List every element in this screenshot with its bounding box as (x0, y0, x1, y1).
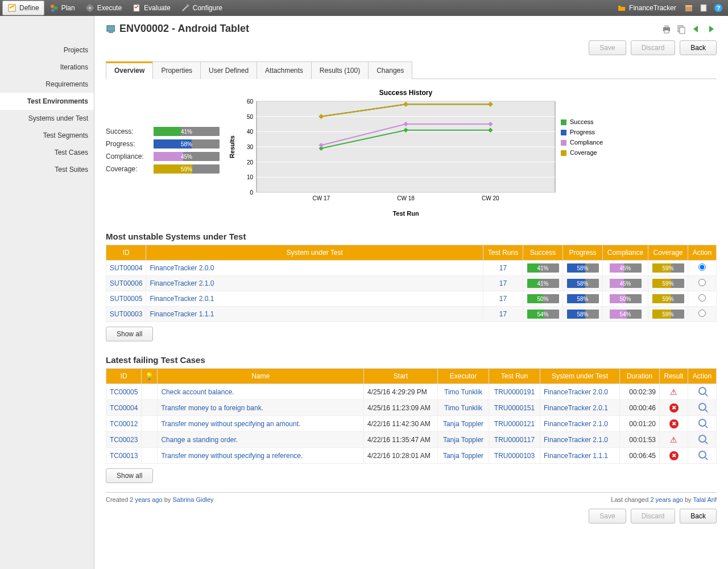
executor-link[interactable]: Timo Tunklik (438, 384, 489, 400)
svg-text:Success History: Success History (379, 89, 433, 97)
sut-link[interactable]: FinanceTracker 2.1.0 (540, 416, 620, 432)
changed-user-link[interactable]: Talal Arif (693, 496, 717, 503)
runs-link[interactable]: 17 (483, 307, 523, 322)
sut-id-link[interactable]: SUT00005 (106, 291, 146, 307)
sidebar-item-test-suites[interactable]: Test Suites (0, 161, 94, 178)
tc-name-link[interactable]: Transfer money to a foreign bank. (158, 400, 364, 416)
view-icon[interactable] (698, 387, 706, 395)
testrun-link[interactable]: TRU0000103 (489, 448, 540, 464)
help-icon[interactable]: ? (711, 1, 726, 15)
col-header: Progress (563, 245, 603, 261)
tab-attachments[interactable]: Attachments (257, 61, 312, 79)
tc-name-link[interactable]: Change a standing order. (158, 432, 364, 448)
toolbar-define[interactable]: Define (2, 1, 44, 15)
copy-icon[interactable] (676, 23, 687, 35)
table-row: TC00012Transfer money without specifying… (106, 416, 717, 432)
view-icon[interactable] (698, 403, 706, 411)
executor-link[interactable]: Timo Tunklik (438, 400, 489, 416)
select-radio[interactable] (698, 310, 706, 317)
progress-bar: 59% (652, 263, 684, 273)
runs-link[interactable]: 17 (483, 276, 523, 291)
testrun-link[interactable]: TRU0000191 (489, 384, 540, 400)
discard-button-bottom[interactable]: Discard (631, 509, 676, 523)
sut-id-link[interactable]: SUT00003 (106, 307, 146, 322)
sut-link[interactable]: FinanceTracker 2.0.1 (540, 400, 620, 416)
page-title: ENV00002 - Android Tablet (119, 23, 249, 35)
tab-results-[interactable]: Results (100) (311, 61, 369, 79)
sidebar-item-projects[interactable]: Projects (0, 42, 94, 59)
tab-properties[interactable]: Properties (152, 61, 201, 79)
select-radio[interactable] (698, 294, 706, 302)
toolbar-plan[interactable]: Plan (44, 1, 80, 15)
executor-link[interactable]: Tanja Toppler (438, 416, 489, 432)
tc-name-link[interactable]: Check account balance. (158, 384, 364, 400)
box-icon[interactable] (681, 1, 696, 15)
save-button-bottom[interactable]: Save (589, 509, 626, 523)
save-button[interactable]: Save (589, 40, 626, 55)
back-button[interactable]: Back (680, 40, 717, 55)
svg-text:Coverage: Coverage (570, 149, 597, 156)
tab-changes[interactable]: Changes (368, 61, 412, 79)
sut-link[interactable]: FinanceTracker 2.0.0 (540, 384, 620, 400)
runs-link[interactable]: 17 (483, 291, 523, 307)
sut-name-link[interactable]: FinanceTracker 1.1.1 (146, 307, 483, 322)
toolbar-evaluate[interactable]: Evaluate (127, 1, 176, 15)
svg-point-1 (51, 5, 54, 8)
sut-name-link[interactable]: FinanceTracker 2.0.0 (146, 261, 483, 276)
col-header: System under Test (146, 245, 483, 261)
tc-id-link[interactable]: TC00012 (106, 416, 142, 432)
executor-link[interactable]: Tanja Toppler (438, 432, 489, 448)
table-row: TC00023Change a standing order.4/22/16 1… (106, 432, 717, 448)
tc-id-link[interactable]: TC00013 (106, 448, 142, 464)
show-all-unstable[interactable]: Show all (106, 327, 153, 341)
show-all-failing[interactable]: Show all (106, 468, 153, 483)
changed-time-link[interactable]: 2 years ago (650, 496, 682, 503)
next-arrow-icon[interactable] (705, 23, 717, 35)
toolbar-configure[interactable]: Configure (176, 1, 228, 15)
sidebar-item-requirements[interactable]: Requirements (0, 76, 94, 93)
sut-name-link[interactable]: FinanceTracker 2.0.1 (146, 291, 483, 307)
progress-bar: 45% (154, 152, 220, 161)
tc-id-link[interactable]: TC00004 (106, 400, 142, 416)
svg-text:Progress: Progress (570, 129, 595, 135)
sut-id-link[interactable]: SUT00006 (106, 276, 146, 291)
prev-arrow-icon[interactable] (690, 23, 702, 35)
tc-name-link[interactable]: Transfer money without specifying a refe… (158, 448, 364, 464)
testrun-link[interactable]: TRU0000121 (489, 416, 540, 432)
print-icon[interactable] (661, 23, 672, 35)
sidebar-item-test-segments[interactable]: Test Segments (0, 127, 94, 144)
sidebar-item-test-environments[interactable]: Test Environments (0, 93, 94, 110)
tc-id-link[interactable]: TC00023 (106, 432, 142, 448)
progress-bar: 45% (610, 279, 642, 288)
created-time-link[interactable]: 2 years ago (130, 496, 162, 503)
back-button-bottom[interactable]: Back (680, 509, 717, 523)
sut-link[interactable]: FinanceTracker 2.1.0 (540, 432, 620, 448)
toolbar-execute[interactable]: Execute (80, 1, 127, 15)
sidebar-item-test-cases[interactable]: Test Cases (0, 144, 94, 161)
tab-user-defined[interactable]: User Defined (200, 61, 257, 79)
svg-text:Results: Results (229, 135, 235, 158)
testrun-link[interactable]: TRU0000117 (489, 432, 540, 448)
summary-row: Success:41% (106, 127, 220, 136)
runs-link[interactable]: 17 (483, 261, 523, 276)
sidebar-item-systems-under-test[interactable]: Systems under Test (0, 110, 94, 127)
sut-id-link[interactable]: SUT00004 (106, 261, 146, 276)
created-user-link[interactable]: Sabrina Gidley (172, 496, 213, 503)
sidebar-item-iterations[interactable]: Iterations (0, 59, 94, 76)
view-icon[interactable] (698, 419, 706, 427)
view-icon[interactable] (698, 451, 706, 459)
tc-id-link[interactable]: TC00005 (106, 384, 142, 400)
testrun-link[interactable]: TRU0000151 (489, 400, 540, 416)
sut-name-link[interactable]: FinanceTracker 2.1.0 (146, 276, 483, 291)
tab-overview[interactable]: Overview (106, 61, 153, 79)
page-icon[interactable] (696, 1, 711, 15)
sut-link[interactable]: FinanceTracker 1.1.1 (540, 448, 620, 464)
discard-button[interactable]: Discard (631, 40, 676, 55)
project-selector[interactable]: FinanceTracker (612, 1, 681, 15)
select-radio[interactable] (698, 263, 706, 271)
select-radio[interactable] (698, 279, 706, 286)
table-row: SUT00004FinanceTracker 2.0.01741%58%45%5… (106, 261, 717, 276)
tc-name-link[interactable]: Transfer money without specifying an amo… (158, 416, 364, 432)
view-icon[interactable] (698, 435, 706, 443)
executor-link[interactable]: Tanja Toppler (438, 448, 489, 464)
